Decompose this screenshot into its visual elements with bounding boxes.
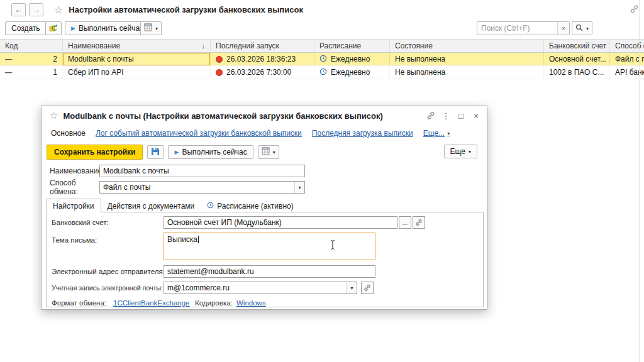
mail-account-value: m@1commerce.ru (167, 283, 230, 292)
report-menu-button[interactable]: ▾ (258, 145, 279, 159)
column-header-state[interactable]: Состояние (390, 40, 544, 52)
column-label: Код (5, 41, 18, 50)
get-link-icon[interactable] (424, 109, 438, 123)
settings-tab-panel: Банковский счет: Основной счет ИП (Модул… (46, 212, 484, 307)
back-icon: ← (14, 5, 23, 14)
dropdown-button[interactable]: ▾ (294, 182, 304, 193)
dropdown-arrow-icon: ▾ (298, 185, 301, 190)
clear-search-button[interactable]: × (557, 22, 569, 35)
favorite-star-icon[interactable]: ☆ (54, 4, 63, 16)
tab-log[interactable]: Лог событий автоматической загрузки банк… (96, 129, 302, 138)
name-field-row: Наименование: Modulbank с почты (50, 165, 305, 177)
create-button[interactable]: Создать (5, 21, 47, 35)
exchange-format-link[interactable]: 1CClientBankExchange (113, 299, 189, 307)
report-icon (262, 147, 270, 157)
method-field-value: Файл с почты (103, 183, 150, 192)
sort-desc-icon: ↓ (202, 42, 206, 50)
encoding-link[interactable]: Windows (236, 299, 266, 307)
column-header-name[interactable]: Наименование ↓ (63, 40, 211, 52)
dropdown-arrow-icon: ▾ (350, 285, 353, 291)
tab-settings[interactable]: Найстройки (46, 199, 101, 213)
run-now-button[interactable]: ▶ Выполнить сейчас (168, 145, 253, 159)
column-label: Расписание (319, 41, 361, 50)
tab-label: Найстройки (53, 202, 94, 211)
column-header-last-run[interactable]: Последний запуск (211, 40, 314, 52)
choose-button[interactable]: ... (399, 216, 411, 229)
subject-value: Выписка (167, 235, 197, 244)
run-now-label: Выполнить сейчас (182, 148, 247, 156)
search-box: × (477, 21, 570, 35)
exchange-method-select[interactable]: Файл с почты ▾ (99, 181, 305, 194)
subject-textarea[interactable]: Выписка (164, 233, 375, 260)
maximize-icon: □ (458, 111, 464, 121)
bank-account-field[interactable]: Основной счет ИП (Модульбанк) (164, 216, 397, 229)
column-label: Банковский счет (549, 41, 606, 50)
dialog-toolbar: Сохранить настройки ▶ Выполнить сейчас ▾… (42, 143, 487, 162)
save-button[interactable] (147, 145, 164, 159)
search-menu-button[interactable]: ▾ (572, 21, 592, 35)
forward-icon: → (32, 5, 40, 14)
tab-label: Действия с документами (108, 202, 195, 211)
method-label: Способ обмена: (50, 178, 99, 196)
more-button[interactable]: Еще ▾ (444, 145, 477, 158)
cell-name: Modulbank с почты (63, 53, 211, 65)
list-toolbar: Создать ▶ Выполнить сейчас ▾ × ▾ (0, 19, 644, 37)
subject-label: Тема письма: (52, 236, 97, 244)
load-statement-button[interactable] (45, 21, 62, 35)
cell-state: Не выполнена (390, 66, 544, 79)
encoding-label: Кодировка: (195, 299, 233, 307)
report-menu-button[interactable]: ▾ (140, 21, 162, 35)
name-field[interactable]: Modulbank с почты (99, 165, 305, 177)
mail-account-select[interactable]: m@1commerce.ru ▾ (164, 282, 357, 294)
save-settings-button[interactable]: Сохранить настройки (47, 145, 143, 160)
kebab-icon: ⋮ (442, 111, 450, 121)
tab-document-actions[interactable]: Действия с документами (101, 199, 201, 212)
cell-code: — 2 (0, 53, 63, 65)
clear-icon: × (562, 25, 565, 32)
open-link-button[interactable] (361, 282, 374, 294)
dialog-inner-tabs: Найстройки Действия с документами Распис… (46, 198, 484, 212)
create-button-label: Создать (11, 24, 40, 33)
dropdown-button[interactable]: ▾ (347, 282, 357, 293)
column-header-code[interactable]: Код (0, 40, 63, 52)
close-button[interactable]: × (469, 109, 483, 123)
mail-account-label: Учетная запись электронной почты: (52, 284, 163, 292)
account-value: Основной счет... (549, 55, 606, 63)
clock-icon (207, 202, 214, 211)
tab-main[interactable]: Основное (51, 129, 86, 138)
tab-last-load[interactable]: Последняя загрузка выписки (312, 129, 413, 138)
run-now-button[interactable]: ▶ Выполнить сейчас (65, 21, 150, 35)
cell-account: Основной счет... (544, 53, 610, 65)
statements-list: Код Наименование ↓ Последний запуск Расп… (0, 39, 644, 79)
back-button[interactable]: ← (11, 3, 26, 16)
clock-icon (319, 55, 327, 64)
tab-label: Расписание (активно) (217, 202, 293, 211)
table-row[interactable]: — 2 Modulbank с почты 26.03.2026 18:36:2… (0, 53, 644, 66)
cell-schedule: Ежедневно (314, 66, 390, 79)
tab-schedule[interactable]: Расписание (активно) (201, 199, 299, 212)
open-link-button[interactable] (413, 216, 425, 229)
column-header-schedule[interactable]: Расписание (314, 40, 390, 52)
column-header-account[interactable]: Банковский счет (544, 40, 610, 52)
maximize-button[interactable]: □ (454, 109, 468, 123)
account-value: 1002 в ПАО С... (549, 68, 604, 77)
sender-email-field[interactable]: statement@modulbank.ru (164, 265, 375, 278)
state-value: Не выполнена (395, 55, 445, 63)
cell-name: Сбер ИП по API (63, 66, 211, 79)
forward-button[interactable]: → (29, 3, 43, 16)
column-label: Способ о... (615, 41, 644, 50)
dialog-menu-button[interactable]: ⋮ (439, 109, 453, 123)
favorite-star-icon[interactable]: ☆ (50, 110, 58, 121)
search-input[interactable] (477, 23, 557, 34)
name-value: Modulbank с почты (68, 55, 134, 63)
get-link-icon[interactable] (630, 4, 639, 16)
method-field-row: Способ обмена: Файл с почты ▾ (50, 181, 305, 194)
dropdown-arrow-icon: ▾ (586, 26, 589, 31)
schedule-value: Ежедневно (331, 68, 370, 77)
status-red-icon (216, 69, 223, 76)
sender-email-value: statement@modulbank.ru (167, 267, 254, 276)
tab-more[interactable]: Еще...▾ (423, 129, 450, 138)
cell-account: 1002 в ПАО С... (544, 66, 610, 79)
table-row[interactable]: — 1 Сбер ИП по API 26.03.2026 7:30:00 Еж… (0, 66, 644, 79)
tab-label: Лог событий автоматической загрузки банк… (96, 129, 302, 138)
